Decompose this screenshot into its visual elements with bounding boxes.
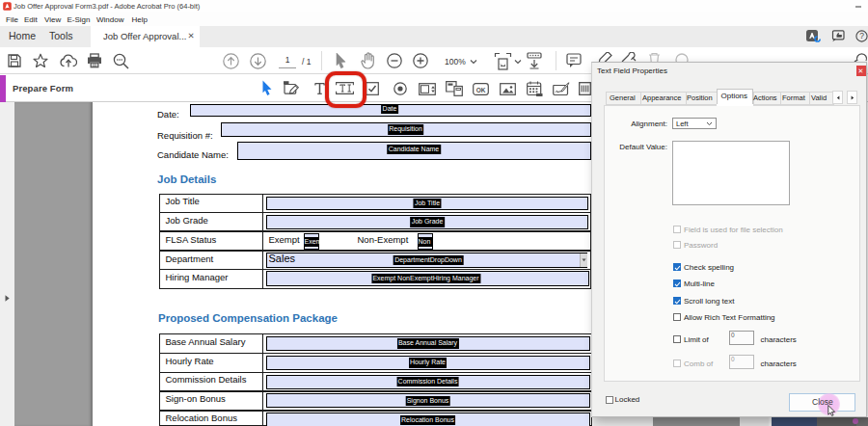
svg-text:?: ? (859, 31, 864, 40)
svg-text:OK: OK (476, 87, 486, 93)
